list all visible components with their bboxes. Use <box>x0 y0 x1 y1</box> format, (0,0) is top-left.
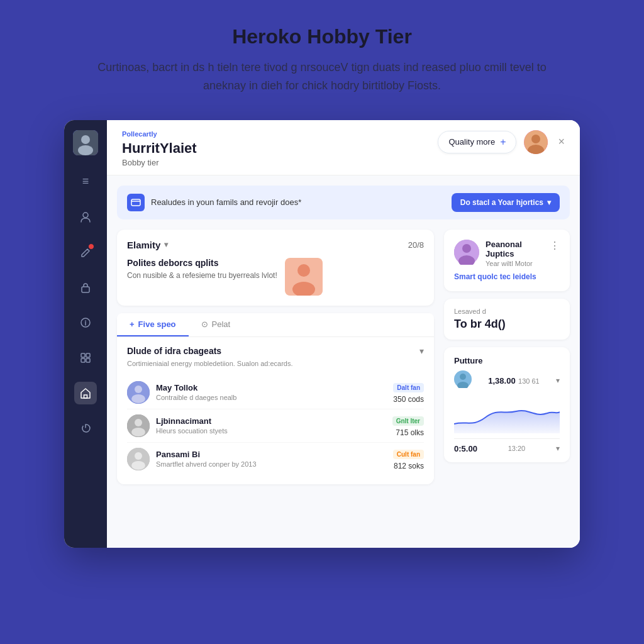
sidebar-nav: ≡ <box>74 170 97 538</box>
svg-point-20 <box>131 394 145 403</box>
tab-pelat-icon: ⊙ <box>201 319 208 329</box>
banner-btn-label: Do stacl a Yoar hjortics <box>460 198 543 207</box>
info-icon[interactable] <box>74 311 97 334</box>
main-content: Pollecartly HurritYlaiet Bobby tier Qual… <box>107 120 580 548</box>
person-row: Ljbinnacimant Hleurs socuation styets Gn… <box>127 409 424 443</box>
person-tag-1: Dalt fan <box>393 383 424 392</box>
menu-icon[interactable]: ≡ <box>74 170 97 193</box>
card-count: 20/8 <box>408 240 424 250</box>
banner-chevron-icon: ▾ <box>547 198 551 207</box>
power-icon[interactable] <box>74 417 97 440</box>
card-title: Elamity ▾ <box>127 240 168 250</box>
banner-cta-button[interactable]: Do stacl a Yoar hjortics ▾ <box>452 193 560 212</box>
person-tag-2: Gnlt lter <box>392 416 424 426</box>
chart-card: Putture 1,38.00 <box>444 347 570 462</box>
people-list: May Tollok Contraible d daeges nealb Dal… <box>127 376 424 475</box>
person-info-1: May Tollok Contraible d daeges nealb <box>156 383 387 401</box>
user-icon[interactable] <box>74 206 97 228</box>
banner-text: Realudes in youn famils and revojir does… <box>151 197 301 207</box>
card-thumbnail <box>285 258 323 296</box>
app-container: ≡ <box>64 120 580 548</box>
chart-bottom-row: 0:5.00 13:20 ▾ <box>454 438 560 453</box>
profile-card: Peanonal Juptics Year wiltl Motor ⋮ Smar… <box>444 230 570 291</box>
svg-point-31 <box>460 374 466 380</box>
sidebar-user-avatar[interactable] <box>73 130 98 155</box>
card-title-text: Elamity <box>127 240 160 250</box>
page-title: Heroko Hobby Tier <box>50 25 594 48</box>
section: Dlude of idra cbageats ▾ Cortimieniaial … <box>117 337 434 484</box>
svg-point-3 <box>83 213 88 218</box>
svg-point-19 <box>135 386 142 393</box>
card-chevron-icon[interactable]: ▾ <box>164 240 168 249</box>
tab-pelat[interactable]: ⊙ Pelat <box>189 313 243 336</box>
profile-name: Peanonal Juptics <box>486 240 543 258</box>
lock-icon[interactable] <box>74 276 97 299</box>
svg-point-25 <box>135 452 142 460</box>
main-card: Elamity ▾ 20/8 Polites deborcs qplits Co… <box>117 230 434 306</box>
profile-link[interactable]: Smart quolc tec leidels <box>454 272 560 281</box>
tab-five-speo[interactable]: + Five speo <box>117 313 189 336</box>
person-meta-1: Dalt fan 350 cods <box>393 381 424 404</box>
home-icon[interactable] <box>74 382 97 404</box>
person-tag-3: Cult fan <box>393 450 424 459</box>
svg-point-2 <box>78 145 93 155</box>
profile-avatar <box>454 240 479 265</box>
header-right: Quality more + × <box>438 130 565 154</box>
stat-value: To br 4d() <box>454 318 560 331</box>
chart-chevron-icon[interactable]: ▾ <box>556 376 560 385</box>
profile-card-header: Peanonal Juptics Year wiltl Motor ⋮ <box>454 240 560 267</box>
quality-btn-label: Quality more <box>448 137 495 147</box>
card-header: Elamity ▾ 20/8 <box>127 240 424 250</box>
announcement-banner: Realudes in youn famils and revojir does… <box>117 186 570 219</box>
chart-bottom-subvalue: 13:20 <box>508 445 526 452</box>
dots-menu-icon[interactable]: ⋮ <box>550 240 560 252</box>
chart-value-text: 1,38.00 <box>488 376 515 386</box>
sidebar: ≡ <box>64 120 107 548</box>
section-description: Cortimieniaial energy mobledetiion. Sual… <box>127 360 424 367</box>
quality-more-button[interactable]: Quality more + <box>438 131 516 153</box>
section-chevron-icon[interactable]: ▾ <box>419 346 424 356</box>
person-name-2: Ljbinnacimant <box>156 416 386 426</box>
quality-plus-icon: + <box>500 136 506 148</box>
header-user-avatar[interactable] <box>524 130 548 154</box>
close-icon[interactable]: × <box>558 135 565 148</box>
header-brand: Pollecartly <box>122 130 197 138</box>
notification-badge <box>88 243 94 250</box>
person-name-3: Pansami Bi <box>156 450 387 459</box>
svg-rect-9 <box>86 358 90 362</box>
header-title: HurritYlaiet <box>122 140 197 157</box>
tabs-container: + Five speo ⊙ Pelat <box>117 313 434 337</box>
mini-chart-svg <box>454 396 560 433</box>
grid-icon[interactable] <box>74 347 97 369</box>
person-meta-2: Gnlt lter 715 olks <box>392 414 424 437</box>
person-amount-1: 350 cods <box>393 395 424 404</box>
header-left: Pollecartly HurritYlaiet Bobby tier <box>122 130 197 167</box>
svg-point-28 <box>462 244 471 253</box>
edit-icon[interactable] <box>74 241 97 264</box>
banner-left: Realudes in youn famils and revojir does… <box>127 194 301 211</box>
person-avatar-1 <box>127 381 150 404</box>
person-name-1: May Tollok <box>156 383 387 392</box>
svg-rect-8 <box>81 358 85 362</box>
person-detail-2: Hleurs socuation styets <box>156 427 386 435</box>
chart-bottom-chevron-icon[interactable]: ▾ <box>556 444 560 453</box>
chart-main-value: 1,38.00 130 61 <box>488 375 539 386</box>
card-description-title: Polites deborcs qplits <box>127 258 277 268</box>
svg-rect-4 <box>82 287 89 292</box>
section-header: Dlude of idra cbageats ▾ <box>127 346 424 356</box>
person-row: Pansami Bi Smartflet ahverd conper by 20… <box>127 443 424 475</box>
chart-bottom-value: 0:5.00 <box>454 444 477 453</box>
app-header: Pollecartly HurritYlaiet Bobby tier Qual… <box>107 120 580 175</box>
person-meta-3: Cult fan 812 soks <box>393 448 424 470</box>
svg-point-16 <box>297 264 310 277</box>
left-panel: Elamity ▾ 20/8 Polites deborcs qplits Co… <box>117 230 434 538</box>
svg-rect-7 <box>86 353 90 357</box>
person-detail-1: Contraible d daeges nealb <box>156 394 387 401</box>
person-amount-2: 715 olks <box>392 428 424 437</box>
person-amount-3: 812 soks <box>393 462 424 470</box>
tab-pelat-label: Pelat <box>212 319 231 329</box>
card-text: Polites deborcs qplits Con nusible & a r… <box>127 258 277 296</box>
svg-rect-10 <box>84 395 87 398</box>
profile-subtitle: Year wiltl Motor <box>486 260 543 267</box>
page-subtitle: Curtinoas, bacrt in ds h tieln tere tivo… <box>77 58 567 95</box>
